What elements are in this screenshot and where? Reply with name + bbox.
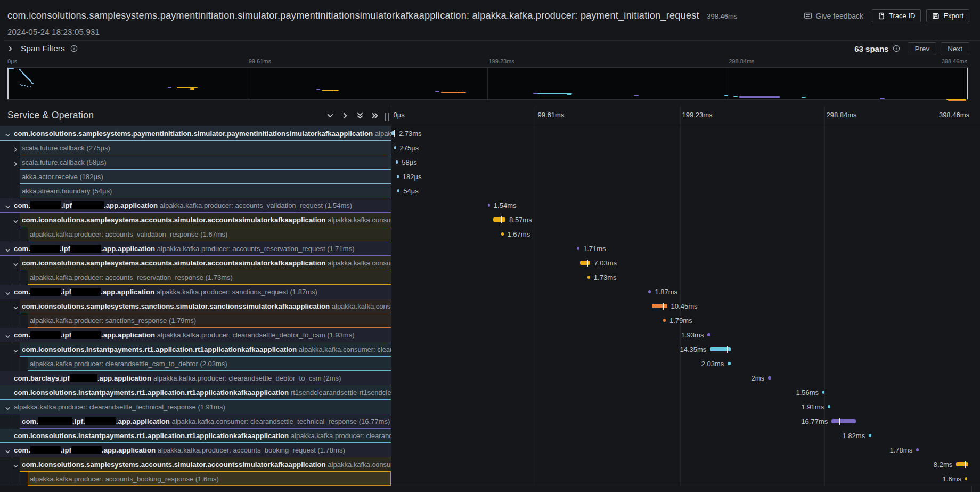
comment-icon: [804, 12, 812, 20]
span-bar[interactable]: [396, 160, 398, 164]
chevron-down-icon[interactable]: [13, 217, 19, 223]
span-bar[interactable]: [587, 276, 590, 279]
span-name-text: alpakka.kafka.producer: accounts_booking…: [30, 472, 219, 486]
redaction-box: [30, 201, 61, 209]
prev-button[interactable]: Prev: [908, 42, 936, 55]
service-name: com.iconsolutions.samplesystems.sanction…: [22, 302, 330, 310]
redaction-box: [72, 201, 104, 209]
next-button[interactable]: Next: [941, 42, 969, 55]
span-row: com.barclays.ipf.app.application alpakka…: [0, 371, 980, 385]
chevron-down-icon[interactable]: [5, 447, 11, 453]
span-duration-label: 275µs: [400, 141, 419, 155]
span-bar[interactable]: [580, 261, 590, 265]
info-icon: [893, 45, 900, 52]
trace-id-button[interactable]: Trace ID: [872, 9, 921, 22]
span-name-cell[interactable]: com.iconsolutions.samplesystems.paymenti…: [0, 126, 391, 141]
span-name-cell[interactable]: com..ipf.app.application alpakka.kafka.p…: [0, 241, 391, 256]
span-bar[interactable]: [831, 419, 856, 423]
span-name-cell[interactable]: alpakka.kafka.producer: clearandsettle_t…: [0, 400, 391, 414]
span-duration-label: 58µs: [402, 155, 416, 170]
chevron-right-icon[interactable]: [13, 145, 19, 151]
span-bar[interactable]: [397, 175, 399, 178]
operation-name: scala.future.callback (275µs): [22, 144, 110, 152]
span-name-cell[interactable]: com.iconsolutions.samplesystems.accounts…: [0, 256, 391, 270]
span-name-cell[interactable]: com..ipf.app.application alpakka.kafka.p…: [0, 443, 391, 457]
span-name-cell[interactable]: alpakka.kafka.producer: accounts_reserva…: [0, 270, 391, 285]
collapse-all-icon[interactable]: [356, 112, 364, 120]
expand-all-icon[interactable]: [371, 112, 379, 120]
chevron-down-icon[interactable]: [13, 303, 19, 309]
span-name-cell[interactable]: com.iconsolutions.instantpayments.rt1.ap…: [0, 385, 391, 400]
indent-guide: [20, 472, 20, 486]
service-name: com..ipf.app.application: [14, 331, 155, 339]
span-name-cell[interactable]: akka.stream.boundary (54µs): [0, 184, 391, 198]
span-name-cell[interactable]: scala.future.callback (275µs): [0, 141, 391, 155]
chevron-down-icon[interactable]: [5, 332, 11, 338]
span-name-cell[interactable]: akka.actor.receive (182µs): [0, 170, 391, 184]
span-bar[interactable]: [648, 290, 651, 293]
span-bar[interactable]: [828, 405, 830, 408]
span-bar[interactable]: [493, 217, 505, 222]
chevron-down-icon[interactable]: [5, 203, 11, 208]
export-button[interactable]: Export: [926, 9, 969, 22]
span-filters-toggle[interactable]: Span Filters: [7, 41, 78, 57]
span-name-cell[interactable]: alpakka.kafka.producer: clearandsettle_c…: [0, 357, 391, 371]
expand-one-icon[interactable]: [341, 112, 349, 120]
span-name-cell[interactable]: alpakka.kafka.producer: accounts_validat…: [0, 227, 391, 241]
span-name-cell[interactable]: com.iconsolutions.samplesystems.accounts…: [0, 213, 391, 227]
span-name-cell[interactable]: com..ipf.app.application alpakka.kafka.p…: [0, 198, 391, 213]
span-bar[interactable]: [397, 189, 399, 192]
chevron-down-icon[interactable]: [5, 289, 11, 295]
minimap-left-handle[interactable]: [7, 68, 9, 99]
span-name-cell[interactable]: com..ipf..app.application alpakka.kafka.…: [0, 414, 391, 429]
span-name-cell[interactable]: scala.future.callback (58µs): [0, 155, 391, 170]
operation-name: alpakka.kafka.consumer: clearandsettle_d…: [299, 345, 391, 353]
span-bar[interactable]: [822, 391, 824, 394]
span-name-cell[interactable]: com.barclays.ipf.app.application alpakka…: [0, 371, 391, 385]
span-name-cell[interactable]: com.iconsolutions.samplesystems.accounts…: [0, 457, 391, 472]
span-bar[interactable]: [869, 434, 871, 437]
chevron-down-icon[interactable]: [13, 260, 19, 266]
minimap-right-handle[interactable]: [967, 68, 968, 99]
span-rows: com.iconsolutions.samplesystems.paymenti…: [0, 126, 980, 486]
minimap-span: [168, 87, 172, 88]
chevron-down-icon[interactable]: [13, 346, 19, 352]
span-name-cell[interactable]: alpakka.kafka.producer: accounts_booking…: [0, 472, 391, 486]
span-name-cell[interactable]: com.iconsolutions.instantpayments.rt1.ap…: [0, 429, 391, 443]
span-name-cell[interactable]: com..ipf.app.application alpakka.kafka.p…: [0, 285, 391, 299]
span-bar[interactable]: [916, 448, 919, 451]
chevron-down-icon[interactable]: [5, 404, 11, 410]
chevron-right-icon[interactable]: [13, 159, 19, 165]
span-name-cell[interactable]: com..ipf.app.application alpakka.kafka.p…: [0, 328, 391, 342]
chevron-down-icon[interactable]: [5, 131, 11, 136]
child-span-marker: [394, 144, 395, 151]
indent-guide: [12, 414, 12, 429]
span-bar[interactable]: [707, 333, 710, 336]
collapse-one-icon[interactable]: [326, 112, 334, 120]
span-bar[interactable]: [663, 319, 666, 322]
span-name-text: alpakka.kafka.producer: clearandsettle_c…: [30, 357, 227, 371]
span-name-cell[interactable]: alpakka.kafka.producer: sanctions_respon…: [0, 313, 391, 328]
service-name: com.barclays.ipf.app.application: [14, 374, 151, 382]
span-bar[interactable]: [768, 376, 771, 380]
minimap-canvas[interactable]: [7, 67, 968, 100]
give-feedback-link[interactable]: Give feedback: [804, 12, 864, 20]
column-resize-grip[interactable]: [385, 113, 389, 121]
span-bar[interactable]: [965, 477, 967, 480]
span-bar[interactable]: [728, 362, 731, 365]
span-bar[interactable]: [577, 247, 579, 250]
span-bar[interactable]: [488, 204, 490, 207]
span-bar[interactable]: [956, 462, 968, 466]
span-bar[interactable]: [501, 232, 504, 236]
operation-name: alpakka.kafka.producer: clearandsettle_c…: [30, 360, 227, 368]
trace-timestamp: 2024-05-24 18:23:05.931: [7, 27, 100, 36]
span-name-cell[interactable]: com.iconsolutions.instantpayments.rt1.ap…: [0, 342, 391, 357]
span-name-cell[interactable]: com.iconsolutions.samplesystems.sanction…: [0, 299, 391, 313]
indent-guide: [12, 227, 12, 241]
minimap-span: [948, 100, 966, 101]
operation-name: alpakka.kafka.producer: clearandsettle_t…: [291, 432, 391, 440]
chevron-down-icon[interactable]: [13, 462, 19, 467]
indent-guide: [12, 256, 12, 270]
span-bar[interactable]: [652, 304, 667, 308]
chevron-down-icon[interactable]: [5, 246, 11, 252]
